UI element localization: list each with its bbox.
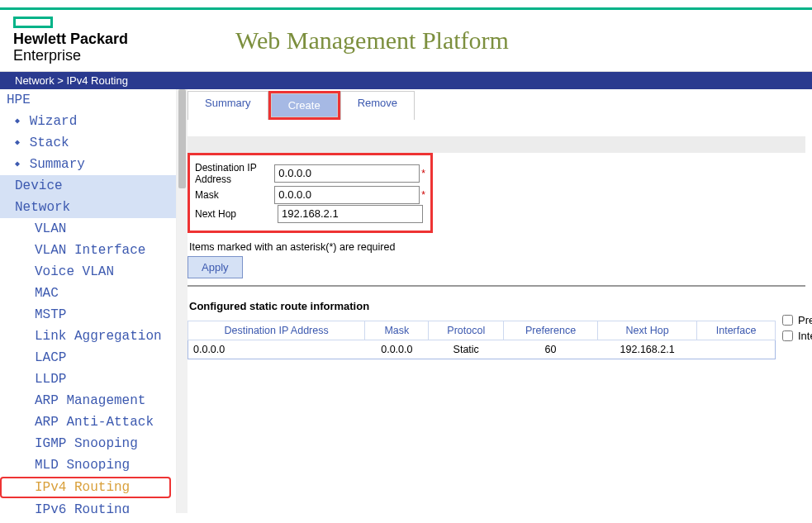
nav-igmp-snooping[interactable]: IGMP Snooping — [0, 433, 176, 454]
nav-summary-label: Summary — [30, 157, 85, 172]
nav-wizard[interactable]: ◆ Wizard — [0, 111, 176, 132]
nav-wizard-label: Wizard — [30, 114, 78, 129]
cell-protocol: Static — [429, 340, 504, 359]
divider — [188, 283, 805, 287]
interface-checkbox[interactable] — [782, 330, 793, 341]
col-protocol[interactable]: Protocol — [429, 321, 504, 340]
toolbar-strip — [188, 136, 805, 153]
cell-pref: 60 — [504, 340, 598, 359]
table-row[interactable]: 0.0.0.0 0.0.0.0 Static 60 192.168.2.1 — [188, 340, 776, 359]
sidebar-scrollbar[interactable] — [177, 89, 188, 513]
routes-table: Destination IP Address Mask Protocol Pre… — [188, 321, 776, 359]
nav-mld-snooping[interactable]: MLD Snooping — [0, 454, 176, 476]
brand-logo: Hewlett Packard Enterprise — [13, 17, 128, 64]
nav-vlan[interactable]: VLAN — [0, 218, 176, 240]
brand-line1: Hewlett Packard — [13, 31, 128, 48]
sidebar: HPE ◆ Wizard ◆ Stack ◆ Summary Device Ne… — [0, 89, 177, 513]
content-area: Summary Create Remove Destination IP Add… — [188, 89, 812, 513]
col-preference[interactable]: Preference — [504, 321, 598, 340]
nav-vlan-interface[interactable]: VLAN Interface — [0, 240, 176, 261]
col-interface[interactable]: Interface — [697, 321, 776, 340]
header: Hewlett Packard Enterprise Web Managemen… — [0, 10, 812, 72]
col-mask[interactable]: Mask — [365, 321, 429, 340]
required-asterisk: * — [421, 168, 425, 179]
nav-summary[interactable]: ◆ Summary — [0, 154, 176, 175]
apply-button[interactable]: Apply — [188, 256, 243, 278]
preference-checkbox[interactable] — [782, 315, 793, 326]
tab-create[interactable]: Create — [271, 93, 338, 117]
tab-summary[interactable]: Summary — [188, 91, 268, 120]
nav-mstp[interactable]: MSTP — [0, 304, 176, 326]
bullet-icon: ◆ — [15, 138, 20, 147]
nexthop-input[interactable] — [278, 205, 423, 223]
nav-device[interactable]: Device — [0, 175, 176, 197]
tab-bar: Summary Create Remove — [188, 89, 805, 120]
bullet-icon: ◆ — [15, 116, 20, 126]
route-options: Preference Interface — [782, 314, 812, 342]
nav-voice-vlan[interactable]: Voice VLAN — [0, 261, 176, 283]
nav-link-aggregation[interactable]: Link Aggregation — [0, 326, 176, 347]
dest-ip-input[interactable] — [274, 164, 420, 183]
nav-lacp[interactable]: LACP — [0, 347, 176, 368]
mask-input[interactable] — [274, 186, 420, 204]
page-title: Web Management Platform — [235, 26, 509, 55]
brand-line2: Enterprise — [13, 48, 128, 64]
nav-arp-management[interactable]: ARP Management — [0, 390, 176, 411]
bullet-icon: ◆ — [15, 159, 20, 169]
col-dest[interactable]: Destination IP Address — [188, 321, 365, 340]
cell-mask: 0.0.0.0 — [365, 340, 429, 359]
route-form: Destination IP Address * Mask * Next Hop — [188, 153, 433, 233]
tab-remove[interactable]: Remove — [340, 91, 415, 120]
nexthop-label: Next Hop — [195, 208, 278, 220]
nav-arp-anti-attack[interactable]: ARP Anti-Attack — [0, 411, 176, 433]
cell-dest: 0.0.0.0 — [188, 340, 365, 359]
table-title: Configured static route information — [189, 300, 805, 312]
tab-create-highlight: Create — [268, 91, 340, 120]
nav-ipv4-routing[interactable]: IPv4 Routing — [0, 477, 171, 498]
nav-stack-label: Stack — [30, 136, 69, 150]
mask-label: Mask — [195, 189, 274, 201]
nav-lldp[interactable]: LLDP — [0, 368, 176, 390]
nav-network[interactable]: Network — [0, 197, 176, 218]
scrollbar-thumb[interactable] — [178, 89, 186, 188]
dest-ip-label: Destination IP Address — [195, 162, 274, 185]
breadcrumb: Network > IPv4 Routing — [0, 72, 812, 89]
preference-label: Preference — [798, 314, 812, 326]
table-header-row: Destination IP Address Mask Protocol Pre… — [188, 321, 776, 340]
cell-iface — [697, 340, 776, 359]
nav-hpe[interactable]: HPE — [0, 89, 176, 111]
interface-label: Interface — [798, 330, 812, 342]
nav-stack[interactable]: ◆ Stack — [0, 132, 176, 154]
brand-accent-box — [13, 17, 53, 28]
required-asterisk: * — [421, 189, 425, 201]
nav-mac[interactable]: MAC — [0, 283, 176, 304]
required-note: Items marked with an asterisk(*) are req… — [189, 241, 805, 253]
nav-ipv6-routing[interactable]: IPv6 Routing — [0, 499, 176, 513]
cell-nexthop: 192.168.2.1 — [598, 340, 697, 359]
top-accent-bar — [0, 0, 812, 10]
col-nexthop[interactable]: Next Hop — [598, 321, 697, 340]
